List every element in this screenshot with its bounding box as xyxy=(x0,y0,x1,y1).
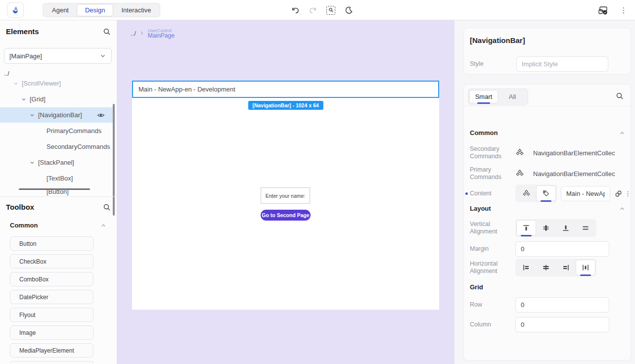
design-canvas[interactable]: ../ UserControl MainPage Main - NewApp-e… xyxy=(117,20,454,364)
tree-item-primarycommands[interactable]: PrimaryCommands xyxy=(0,123,114,138)
style-label: Style xyxy=(470,60,516,68)
toolbox-item-flyout[interactable]: Flyout xyxy=(10,308,93,322)
tree-vertical-scrollbar[interactable] xyxy=(113,104,115,216)
properties-title: [NavigationBar] xyxy=(470,36,525,45)
tab-smart[interactable]: Smart xyxy=(469,90,498,103)
redo-icon[interactable] xyxy=(308,5,318,16)
content-more-icon[interactable]: ⋮ xyxy=(625,190,631,197)
chevron-up-icon xyxy=(100,222,107,229)
secondary-commands-value[interactable]: NavigationBarElementCollec xyxy=(533,149,617,157)
elements-search-icon[interactable] xyxy=(103,28,111,36)
halign-left[interactable] xyxy=(516,260,536,275)
section-grid[interactable]: Grid xyxy=(470,283,626,291)
halign-right[interactable] xyxy=(556,260,576,275)
valign-top[interactable] xyxy=(516,220,536,236)
grid-column-label: Column xyxy=(470,321,515,328)
toolbox-item-datepicker[interactable]: DatePicker xyxy=(10,290,93,304)
toolbox-panel-title: Toolbox xyxy=(6,203,34,211)
tree-item-secondarycommands[interactable]: SecondaryCommands xyxy=(0,139,114,154)
vertical-alignment-row: Vertical Alignment xyxy=(470,218,626,238)
margin-row: Margin xyxy=(470,240,626,258)
tab-all[interactable]: All xyxy=(498,90,527,103)
app-window: Agent Design Interactive xyxy=(0,0,635,364)
secondary-commands-label: Secondary Commands xyxy=(470,145,515,160)
history-tools xyxy=(290,0,354,20)
canvas-name-textbox[interactable]: Enter your name: xyxy=(261,187,310,204)
root-element-selector[interactable]: [MainPage] xyxy=(4,48,112,64)
more-menu-icon[interactable]: ⋮ xyxy=(618,5,629,16)
toolbox-item-button[interactable]: Button xyxy=(10,236,93,251)
toolbox-item-combobox[interactable]: ComboBox xyxy=(10,272,93,286)
properties-search-icon[interactable] xyxy=(616,92,624,100)
style-row: Style xyxy=(470,56,626,72)
zoom-selection-icon[interactable] xyxy=(325,5,336,16)
toolbox-item-clipped[interactable] xyxy=(10,361,93,364)
navigationbar-title-text: Main - NewApp-en - Development xyxy=(138,86,235,93)
valign-stretch[interactable] xyxy=(576,220,595,236)
navigationbar-element-selected[interactable]: Main - NewApp-en - Development xyxy=(132,81,439,98)
tab-agent[interactable]: Agent xyxy=(44,4,77,16)
toolbox-item-checkbox[interactable]: CheckBox xyxy=(10,254,93,269)
horizontal-alignment-label: Horizontal Alignment xyxy=(470,260,515,275)
align-right-icon xyxy=(562,264,570,272)
toolbox-search-icon[interactable] xyxy=(103,203,111,211)
tab-design[interactable]: Design xyxy=(77,4,113,16)
device-status-icon[interactable] xyxy=(597,5,608,16)
toolbox-item-mediaplayerelement[interactable]: MediaPlayerElement xyxy=(10,343,93,358)
grid-row-label: Row xyxy=(470,301,515,309)
halign-stretch[interactable] xyxy=(576,260,595,275)
chevron-up-icon xyxy=(619,205,626,212)
binding-link-icon[interactable] xyxy=(614,189,623,198)
tree-item-textbox[interactable]: [TextBox] xyxy=(0,171,114,186)
tree-item-scrollviewer[interactable]: [ScrollViewer] xyxy=(0,76,114,91)
section-layout[interactable]: Layout xyxy=(470,205,626,212)
chevron-down-icon xyxy=(99,52,106,59)
breadcrumb-page[interactable]: UserControl MainPage xyxy=(148,28,175,38)
tree-horizontal-scrollbar[interactable] xyxy=(19,188,90,190)
content-borrow-mode[interactable] xyxy=(516,185,536,201)
tab-interactive[interactable]: Interactive xyxy=(113,4,159,16)
content-value-input[interactable] xyxy=(561,186,610,201)
design-surface[interactable]: Main - NewApp-en - Development [Navigati… xyxy=(132,81,439,310)
halign-center[interactable] xyxy=(536,260,556,275)
align-top-icon xyxy=(522,224,530,232)
tree-item-navigationbar[interactable]: [NavigationBar] xyxy=(0,107,114,123)
left-panel: Elements [MainPage] ../ [ScrollViewer] [… xyxy=(0,20,117,364)
grid-column-row: Column xyxy=(470,316,626,333)
tree-item-grid[interactable]: [Grid] xyxy=(0,91,114,107)
collection-borrow-icon[interactable] xyxy=(515,169,524,178)
vertical-alignment-label: Vertical Alignment xyxy=(470,221,515,235)
margin-input[interactable] xyxy=(515,241,609,257)
window-tools: ⋮ xyxy=(597,0,629,20)
valign-center[interactable] xyxy=(536,220,556,236)
toolbox-item-image[interactable]: Image xyxy=(10,325,93,340)
breadcrumb-root[interactable]: ../ xyxy=(131,30,136,37)
grid-row-input[interactable] xyxy=(515,297,609,313)
grid-column-input[interactable] xyxy=(515,317,609,332)
theme-moon-icon[interactable] xyxy=(343,5,354,16)
tree-item-button[interactable]: [Button] xyxy=(0,186,114,196)
horizontal-alignment-row: Horizontal Alignment xyxy=(470,258,626,277)
align-vcenter-icon xyxy=(542,224,550,232)
selection-size-badge: [NavigationBar] - 1024 x 64 xyxy=(248,101,323,110)
primary-commands-value[interactable]: NavigationBarElementCollec xyxy=(533,170,617,178)
horizontal-alignment-toggle xyxy=(515,259,596,276)
content-literal-mode[interactable] xyxy=(536,185,556,201)
modified-property-bullet xyxy=(465,192,468,195)
visibility-eye-icon[interactable] xyxy=(97,111,105,119)
tree-item-stackpanel[interactable]: [StackPanel] xyxy=(0,155,114,170)
valign-bottom[interactable] xyxy=(556,220,576,236)
collection-borrow-icon[interactable] xyxy=(515,148,524,157)
style-input[interactable] xyxy=(516,56,608,72)
canvas-go-to-second-page-button[interactable]: Go to Second Page xyxy=(261,210,311,221)
borrow-icon xyxy=(522,189,531,198)
undo-icon[interactable] xyxy=(290,5,301,16)
properties-card: Smart All Common Secondary Commands Navi… xyxy=(463,84,631,361)
app-logo[interactable] xyxy=(7,2,24,18)
toolbox-section-common[interactable]: Common xyxy=(10,222,107,229)
content-label: Content xyxy=(470,190,515,197)
panel-divider xyxy=(0,196,117,197)
elements-panel-title: Elements xyxy=(6,27,39,36)
primary-commands-row: Primary Commands NavigationBarElementCol… xyxy=(470,163,626,184)
section-common[interactable]: Common xyxy=(470,129,626,136)
